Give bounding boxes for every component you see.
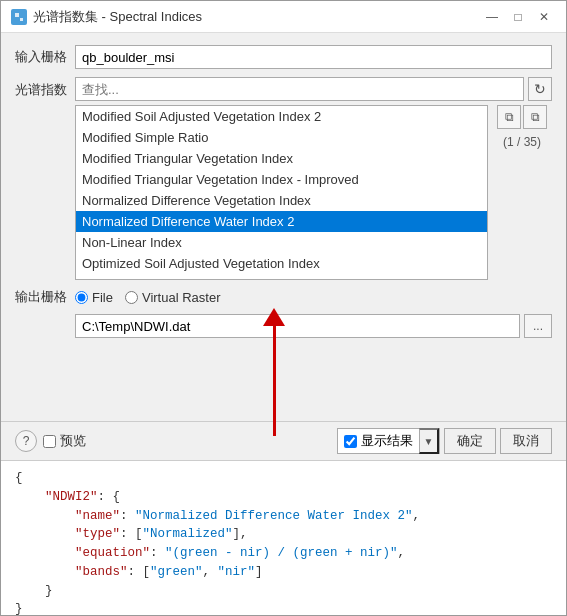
spectral-section: 光谱指数 ↻ Modified Soil Adjusted Vegetation…	[15, 77, 552, 280]
close-button[interactable]: ✕	[532, 7, 556, 27]
help-button[interactable]: ?	[15, 430, 37, 452]
copy-button-2[interactable]: ⧉	[523, 105, 547, 129]
output-type-row: 输出栅格 File Virtual Raster	[15, 288, 552, 306]
browse-button[interactable]: ...	[524, 314, 552, 338]
output-radio-group: File Virtual Raster	[75, 290, 220, 305]
json-line-4: "type": ["Normalized"],	[15, 525, 552, 544]
input-label: 输入栅格	[15, 48, 67, 66]
window-title: 光谱指数集 - Spectral Indices	[33, 8, 202, 26]
preview-label: 预览	[60, 432, 86, 450]
svg-rect-2	[20, 18, 23, 21]
indices-right: ↻ Modified Soil Adjusted Vegetation Inde…	[75, 77, 552, 280]
side-icon-group: ⧉ ⧉	[497, 105, 547, 129]
radio-file-label[interactable]: File	[75, 290, 113, 305]
titlebar: 光谱指数集 - Spectral Indices — □ ✕	[1, 1, 566, 33]
list-item[interactable]: Renormalized Difference Vegetation Index	[76, 274, 487, 280]
show-result-checkbox[interactable]	[344, 435, 357, 448]
input-field[interactable]	[75, 45, 552, 69]
output-path-row: ...	[75, 314, 552, 338]
list-item[interactable]: Modified Soil Adjusted Vegetation Index …	[76, 106, 487, 127]
browse-icon: ...	[533, 319, 543, 333]
bottom-left: ? 预览	[15, 430, 86, 452]
list-item[interactable]: Modified Triangular Vegetation Index - I…	[76, 169, 487, 190]
json-line-8: }	[15, 600, 552, 616]
preview-checkbox[interactable]	[43, 435, 56, 448]
spectral-label: 光谱指数	[15, 77, 67, 99]
maximize-button[interactable]: □	[506, 7, 530, 27]
app-icon	[11, 9, 27, 25]
copy-button-1[interactable]: ⧉	[497, 105, 521, 129]
list-item-selected[interactable]: Normalized Difference Water Index 2	[76, 211, 487, 232]
list-item[interactable]: Modified Simple Ratio	[76, 127, 487, 148]
show-result-text: 显示结果	[361, 432, 413, 450]
main-window: 光谱指数集 - Spectral Indices — □ ✕ 输入栅格 光谱指数…	[0, 0, 567, 616]
svg-rect-1	[15, 13, 19, 17]
minimize-button[interactable]: —	[480, 7, 504, 27]
counter-text: (1 / 35)	[503, 135, 541, 149]
list-item[interactable]: Optimized Soil Adjusted Vegetation Index	[76, 253, 487, 274]
side-panel: ⧉ ⧉ (1 / 35)	[492, 105, 552, 280]
index-list[interactable]: Modified Soil Adjusted Vegetation Index …	[75, 105, 488, 280]
copy-icon-2: ⧉	[531, 110, 540, 124]
chevron-down-icon: ▼	[424, 436, 434, 447]
output-path-field[interactable]	[75, 314, 520, 338]
list-and-side: Modified Soil Adjusted Vegetation Index …	[75, 105, 552, 280]
json-output-panel: { "NDWI2": { "name": "Normalized Differe…	[1, 460, 566, 615]
list-item[interactable]: Modified Triangular Vegetation Index	[76, 148, 487, 169]
json-line-7: }	[15, 582, 552, 601]
list-item[interactable]: Non-Linear Index	[76, 232, 487, 253]
radio-file-text: File	[92, 290, 113, 305]
preview-checkbox-label[interactable]: 预览	[43, 432, 86, 450]
radio-virtual[interactable]	[125, 291, 138, 304]
json-line-6: "bands": ["green", "nir"]	[15, 563, 552, 582]
list-item[interactable]: Normalized Difference Vegetation Index	[76, 190, 487, 211]
radio-virtual-label[interactable]: Virtual Raster	[125, 290, 221, 305]
radio-file[interactable]	[75, 291, 88, 304]
bottom-bar: ? 预览 显示结果 ▼ 确定 取消	[1, 421, 566, 460]
search-input[interactable]	[75, 77, 524, 101]
json-line-2: "NDWI2": {	[15, 488, 552, 507]
refresh-button[interactable]: ↻	[528, 77, 552, 101]
show-result-dropdown[interactable]: ▼	[419, 428, 439, 454]
confirm-button[interactable]: 确定	[444, 428, 496, 454]
output-label: 输出栅格	[15, 288, 67, 306]
json-line-1: {	[15, 469, 552, 488]
json-line-3: "name": "Normalized Difference Water Ind…	[15, 507, 552, 526]
search-row: ↻	[75, 77, 552, 101]
radio-virtual-text: Virtual Raster	[142, 290, 221, 305]
window-controls: — □ ✕	[480, 7, 556, 27]
bottom-right: 显示结果 ▼ 确定 取消	[337, 428, 552, 454]
show-result-label[interactable]: 显示结果	[338, 429, 419, 453]
titlebar-left: 光谱指数集 - Spectral Indices	[11, 8, 202, 26]
json-line-5: "equation": "(green - nir) / (green + ni…	[15, 544, 552, 563]
show-result-group: 显示结果 ▼	[337, 428, 440, 454]
cancel-button[interactable]: 取消	[500, 428, 552, 454]
main-content: 输入栅格 光谱指数 ↻ Modified Soil Adjusted Veget…	[1, 33, 566, 421]
copy-icon-1: ⧉	[505, 110, 514, 124]
input-row: 输入栅格	[15, 45, 552, 69]
refresh-icon: ↻	[534, 81, 546, 97]
